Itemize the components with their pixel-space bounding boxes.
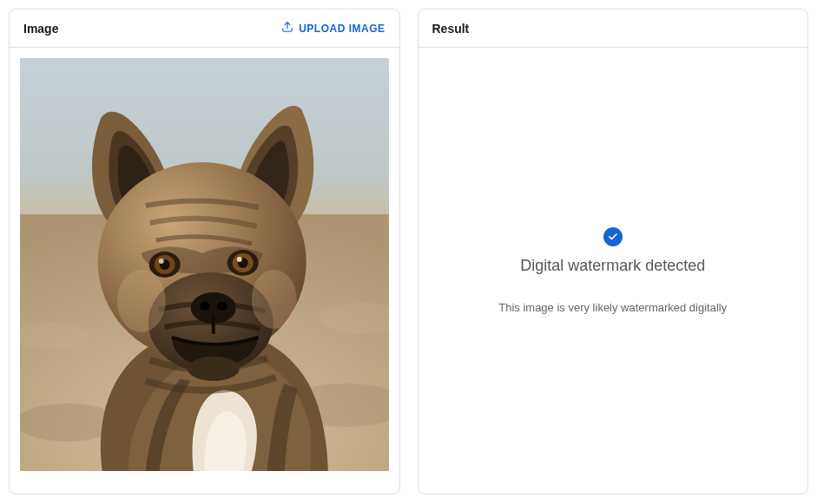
svg-point-15 [237,257,242,262]
upload-icon [281,21,293,36]
result-panel-title: Result [432,22,470,36]
result-panel: Result Digital watermark detected This i… [418,9,809,494]
result-heading: Digital watermark detected [520,257,705,275]
check-circle-icon [603,227,623,246]
result-subtitle: This image is very likely watermarked di… [498,301,727,314]
upload-button-label: UPLOAD IMAGE [299,23,385,35]
image-panel-body [10,48,399,494]
image-panel-title: Image [23,22,58,36]
main-container: Image UPLOAD IMAGE [9,9,808,494]
result-panel-body: Digital watermark detected This image is… [418,48,808,494]
uploaded-image [20,58,389,471]
svg-point-22 [252,270,297,329]
upload-image-button[interactable]: UPLOAD IMAGE [281,21,385,36]
image-panel-header: Image UPLOAD IMAGE [10,10,399,48]
result-panel-header: Result [418,10,808,48]
svg-point-18 [200,302,210,311]
svg-point-19 [217,302,227,311]
svg-point-11 [159,259,164,264]
image-panel: Image UPLOAD IMAGE [9,9,400,494]
svg-point-21 [117,270,166,332]
